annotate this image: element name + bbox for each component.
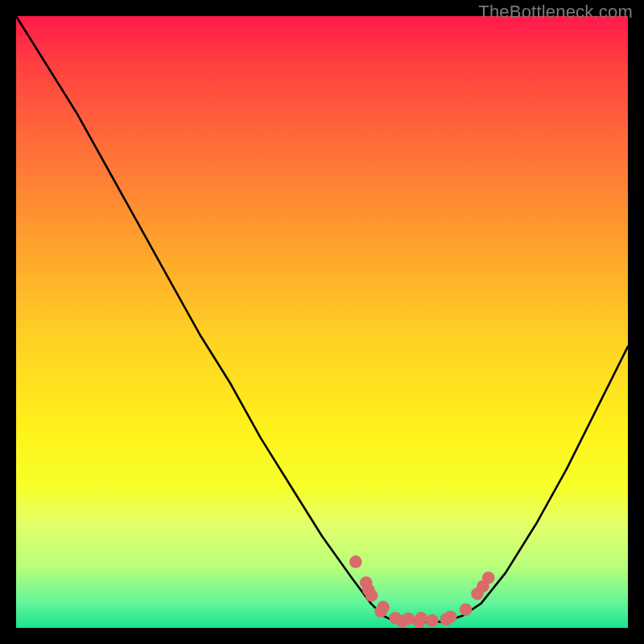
marker-dot — [415, 612, 427, 625]
marker-dot — [377, 601, 390, 613]
chart-svg — [16, 16, 628, 628]
marker-dot — [349, 555, 362, 568]
marker-dot — [482, 572, 495, 584]
marker-dots — [349, 555, 495, 628]
chart-stage: TheBottleneck.com — [0, 0, 644, 644]
plot-area — [16, 16, 628, 628]
marker-dot — [402, 613, 415, 625]
watermark-text: TheBottleneck.com — [478, 2, 633, 23]
marker-dot — [460, 603, 473, 616]
marker-dot — [365, 589, 378, 602]
bottleneck-curve — [16, 16, 628, 621]
marker-dot — [444, 611, 457, 624]
marker-dot — [426, 614, 439, 627]
